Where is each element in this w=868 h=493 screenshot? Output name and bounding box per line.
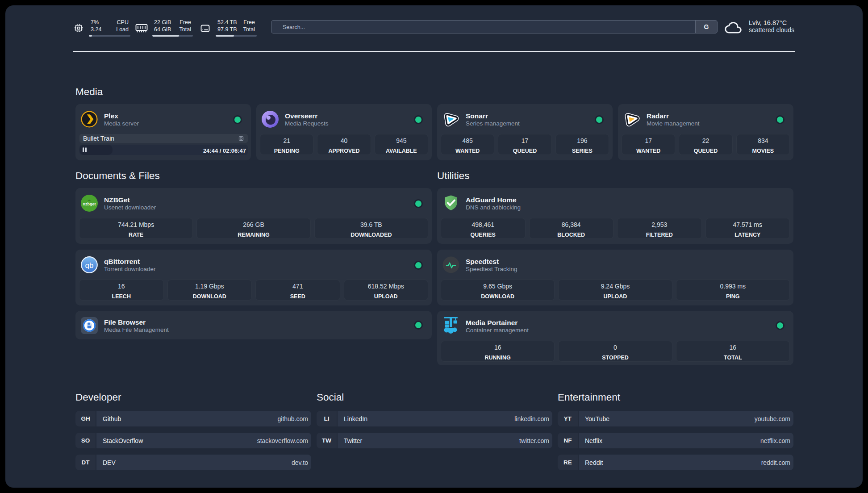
svg-text:qb: qb: [85, 261, 94, 270]
svg-text:nzbget: nzbget: [83, 202, 96, 206]
